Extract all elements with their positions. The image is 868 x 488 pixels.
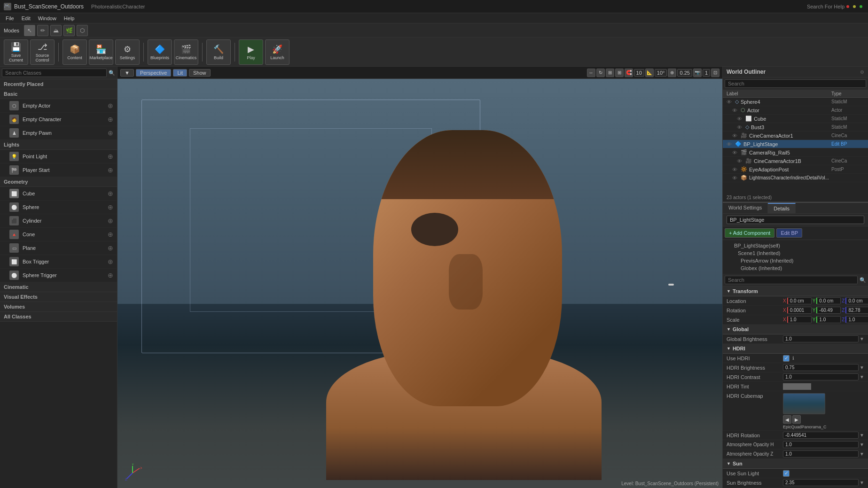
mode-paint[interactable]: ✏ bbox=[37, 25, 48, 36]
comp-scene1[interactable]: Scene1 (Inherited) bbox=[727, 249, 864, 257]
vp-translate-icon[interactable]: ↔ bbox=[587, 69, 595, 77]
cinematics-button[interactable]: 🎬 Cinematics bbox=[174, 39, 198, 65]
scale-z-input[interactable] bbox=[845, 316, 868, 323]
eye-bplightstage[interactable]: 👁 bbox=[727, 141, 733, 147]
scale-x-input[interactable] bbox=[787, 316, 812, 323]
blueprints-button[interactable]: 🔷 Blueprints bbox=[148, 39, 172, 65]
hdri-rotation-input[interactable] bbox=[783, 432, 859, 439]
sphere-add[interactable]: ⊕ bbox=[108, 203, 113, 211]
outliner-item-actor[interactable]: 👁 ⬡ Actor Actor bbox=[723, 106, 868, 115]
hdri-cubemap-thumbnail[interactable] bbox=[783, 393, 825, 414]
outliner-search-input[interactable] bbox=[725, 79, 866, 88]
comp-previs[interactable]: PrevisArrow (Inherited) bbox=[727, 257, 864, 264]
source-control-button[interactable]: ⎇ Source Control bbox=[30, 39, 55, 65]
hdri-section[interactable]: HDRI bbox=[723, 344, 868, 354]
sphere-trigger-add[interactable]: ⊕ bbox=[108, 271, 113, 279]
mode-geometry[interactable]: ⬡ bbox=[77, 25, 88, 36]
viewport[interactable]: X Y Z Level: Bust_ScanScene_Outdoors (Pe… bbox=[117, 79, 722, 488]
eye-lightmass[interactable]: 👁 bbox=[732, 175, 739, 181]
save-current-button[interactable]: 💾 Save Current bbox=[4, 39, 28, 65]
rot-z-input[interactable] bbox=[845, 307, 868, 314]
category-cinematic[interactable]: Cinematic bbox=[0, 282, 117, 292]
atmosphere-h-arrow[interactable]: ▼ bbox=[860, 442, 864, 447]
category-visual-effects[interactable]: Visual Effects bbox=[0, 292, 117, 302]
list-item-cone[interactable]: 🔺 Cone ⊕ bbox=[0, 228, 117, 241]
vp-camera-speed[interactable]: 1 bbox=[703, 69, 710, 77]
settings-button[interactable]: ⚙ Settings bbox=[115, 39, 140, 65]
hdri-prev-icon[interactable]: ◀ bbox=[783, 415, 791, 424]
outliner-item-camerarg[interactable]: 👁 🎬 CameraRig_Rail5 bbox=[723, 148, 868, 157]
transform-section[interactable]: Transform bbox=[723, 287, 868, 296]
vp-perspective-dropdown[interactable]: ▼ bbox=[120, 69, 134, 77]
box-trigger-add[interactable]: ⊕ bbox=[108, 258, 113, 265]
eye-actor[interactable]: 👁 bbox=[732, 108, 739, 113]
atmosphere-z-input[interactable] bbox=[783, 450, 859, 457]
content-button[interactable]: 📦 Content bbox=[63, 39, 87, 65]
use-sun-checkbox[interactable]: ✓ bbox=[783, 470, 790, 477]
close-btn[interactable] bbox=[846, 5, 849, 8]
category-all-classes[interactable]: All Classes bbox=[0, 312, 117, 322]
vp-rotate-icon[interactable]: ↻ bbox=[596, 69, 605, 77]
maximize-btn[interactable] bbox=[860, 5, 862, 8]
menu-edit[interactable]: Edit bbox=[18, 15, 34, 22]
eye-cinecamera[interactable]: 👁 bbox=[732, 133, 739, 139]
list-item-box-trigger[interactable]: ⬜ Box Trigger ⊕ bbox=[0, 255, 117, 269]
vp-show-btn[interactable]: Show bbox=[189, 69, 211, 77]
minimize-btn[interactable] bbox=[853, 5, 856, 8]
launch-button[interactable]: 🚀 Launch bbox=[265, 39, 289, 65]
selected-name-input[interactable] bbox=[727, 216, 864, 224]
eye-cinecamb[interactable]: 👁 bbox=[737, 158, 743, 164]
outliner-item-sphere4[interactable]: 👁 ◇ Sphere4 StaticM bbox=[723, 98, 868, 106]
comp-globex[interactable]: Globex (Inherited) bbox=[727, 264, 864, 272]
mode-select[interactable]: ↖ bbox=[24, 25, 35, 36]
vp-angle-icon[interactable]: 📐 bbox=[645, 69, 654, 77]
hdri-contrast-arrow[interactable]: ▼ bbox=[860, 374, 864, 380]
atmosphere-z-arrow[interactable]: ▼ bbox=[860, 451, 864, 457]
outliner-item-bplightstage[interactable]: 👁 🔷 BP_LightStage Edit BP bbox=[723, 140, 868, 148]
outliner-options-icon[interactable]: ⚙ bbox=[860, 70, 864, 75]
outliner-item-cinecamera[interactable]: 👁 🎥 CineCameraActor1 CineCa bbox=[723, 132, 868, 140]
build-button[interactable]: 🔨 Build bbox=[206, 39, 231, 65]
play-button[interactable]: ▶ Play bbox=[239, 39, 263, 65]
vp-grid-size[interactable]: 10 bbox=[634, 69, 644, 77]
category-volumes[interactable]: Volumes bbox=[0, 302, 117, 312]
mode-foliage[interactable]: 🌿 bbox=[63, 25, 75, 36]
list-item-point-light[interactable]: 💡 Point Light ⊕ bbox=[0, 150, 117, 163]
category-geometry[interactable]: Geometry bbox=[0, 177, 117, 187]
vp-angle-size[interactable]: 10° bbox=[655, 69, 667, 77]
list-item-sphere[interactable]: ⚪ Sphere ⊕ bbox=[0, 201, 117, 214]
outliner-item-bust3[interactable]: 👁 ◇ Bust3 StaticM bbox=[723, 123, 868, 132]
sun-brightness-input[interactable] bbox=[783, 479, 859, 486]
rot-y-input[interactable] bbox=[816, 307, 841, 314]
eye-bust3[interactable]: 👁 bbox=[737, 124, 743, 130]
hdri-brightness-arrow[interactable]: ▼ bbox=[860, 365, 864, 370]
list-item-sphere-trigger[interactable]: ⚪ Sphere Trigger ⊕ bbox=[0, 269, 117, 282]
hdri-brightness-input[interactable] bbox=[783, 364, 859, 371]
vp-camera-icon[interactable]: 📷 bbox=[693, 69, 702, 77]
hdri-rotation-arrow[interactable]: ▼ bbox=[860, 433, 864, 438]
list-item-empty-pawn[interactable]: ♟ Empty Pawn ⊕ bbox=[0, 126, 117, 140]
list-item-cylinder[interactable]: ⬛ Cylinder ⊕ bbox=[0, 214, 117, 228]
empty-actor-add[interactable]: ⊕ bbox=[108, 102, 113, 109]
plane-add[interactable]: ⊕ bbox=[108, 244, 113, 252]
eye-eyeadaption[interactable]: 👁 bbox=[732, 167, 739, 172]
sun-brightness-arrow[interactable]: ▼ bbox=[860, 480, 864, 485]
global-brightness-input[interactable] bbox=[783, 335, 859, 342]
hdri-contrast-input[interactable] bbox=[783, 373, 859, 380]
hdri-tint-color[interactable] bbox=[783, 383, 811, 390]
loc-y-input[interactable] bbox=[816, 297, 841, 304]
empty-character-add[interactable]: ⊕ bbox=[108, 116, 113, 123]
atmosphere-h-input[interactable] bbox=[783, 441, 859, 448]
category-basic[interactable]: Basic bbox=[0, 89, 117, 99]
outliner-item-cube[interactable]: 👁 ⬜ Cube StaticM bbox=[723, 115, 868, 123]
eye-sphere4[interactable]: 👁 bbox=[727, 99, 733, 105]
use-hdri-checkbox[interactable]: ✓ bbox=[783, 355, 790, 362]
tab-details[interactable]: Details bbox=[768, 203, 796, 213]
player-start-add[interactable]: ⊕ bbox=[108, 166, 113, 174]
list-item-plane[interactable]: ▭ Plane ⊕ bbox=[0, 241, 117, 255]
category-lights[interactable]: Lights bbox=[0, 140, 117, 150]
loc-z-input[interactable] bbox=[845, 297, 868, 304]
cone-add[interactable]: ⊕ bbox=[108, 231, 113, 238]
vp-maximize-icon[interactable]: ⊡ bbox=[711, 69, 719, 77]
category-recently-placed[interactable]: Recently Placed bbox=[0, 79, 117, 89]
